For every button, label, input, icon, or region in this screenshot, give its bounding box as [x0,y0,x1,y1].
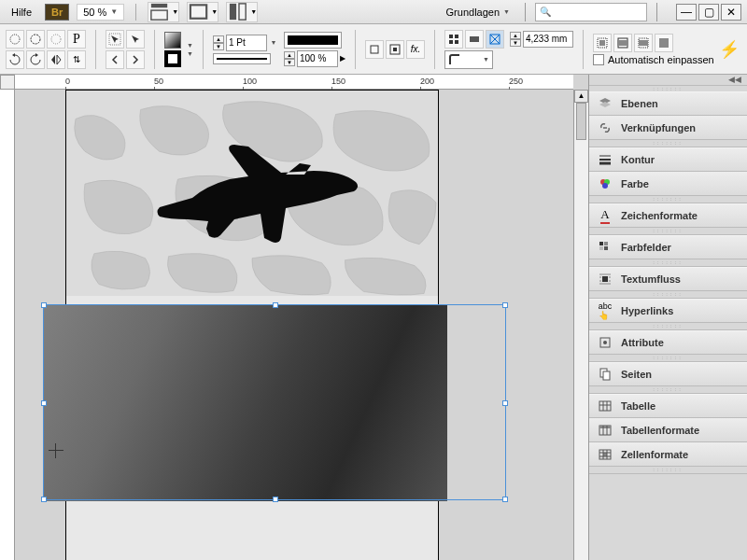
panel-farbe[interactable]: Farbe [589,172,747,196]
gap-field[interactable]: ▲▼ [510,31,573,48]
scrollbar-thumb[interactable] [576,103,586,140]
close-button[interactable]: ✕ [721,4,741,21]
hyperlink-icon: abc👆 [597,302,613,319]
dropdown-arrow-icon[interactable]: ▼ [187,50,193,57]
minimize-button[interactable]: — [676,4,697,21]
panel-zeichenformate[interactable]: AZeichenformate [589,203,747,228]
canvas-area[interactable]: 0 50 100 150 200 250 [0,75,588,560]
zoom-level-dropdown[interactable]: 50 % ▼ [77,4,124,21]
zoom-value: 50 % [83,7,106,18]
rotate-left-icon[interactable] [6,50,24,69]
select-container-icon[interactable] [106,30,124,49]
workspace-switcher[interactable]: Grundlagen ▼ [441,5,515,20]
character-p-icon[interactable]: P [67,30,86,49]
panel-ebenen[interactable]: Ebenen [589,91,747,116]
wrap-bbox-icon[interactable] [365,40,384,59]
panel-farbfelder[interactable]: Farbfelder [589,235,747,259]
corner-style-dropdown[interactable]: ▼ [444,50,493,69]
bridge-button[interactable]: Br [45,4,69,21]
svg-rect-37 [602,276,608,282]
ruler-tick: 50 [154,77,163,86]
table-icon [597,398,613,414]
stroke-swatch[interactable] [164,50,181,67]
resize-handle[interactable] [502,497,508,502]
ruler-tick: 150 [331,77,345,86]
svg-rect-15 [455,40,458,44]
maximize-button[interactable]: ▢ [698,4,719,21]
workspace-label: Grundlagen [446,7,500,18]
panel-verknuepfungen[interactable]: Verknüpfungen [589,116,747,140]
help-menu[interactable]: Hilfe [6,5,37,20]
frame-active-icon[interactable] [486,30,504,49]
fill-frame-icon[interactable] [655,34,673,52]
svg-point-5 [10,35,20,44]
svg-rect-0 [151,4,167,7]
vertical-ruler[interactable] [0,90,15,560]
quick-apply-icon[interactable]: ⚡ [719,39,740,60]
ellipse-dashed-icon[interactable] [26,30,45,49]
svg-point-6 [31,35,40,44]
main-area: 0 50 100 150 200 250 [0,75,747,560]
select-content-icon[interactable] [126,30,145,49]
stroke-weight-field[interactable]: ▲▼ ▼ [213,35,278,51]
search-input[interactable]: 🔍 [535,3,647,21]
dropdown-arrow-icon: ▼ [110,7,118,16]
vertical-scrollbar[interactable]: ▲ [573,90,588,560]
panel-textumfluss[interactable]: Textumfluss [589,267,747,291]
stroke-weight-input[interactable] [226,35,267,51]
panel-kontur[interactable]: Kontur [589,147,747,172]
panel-zellenformate[interactable]: Zellenformate [589,442,747,467]
ellipse-solid-icon[interactable] [6,30,24,49]
fx-icon[interactable]: fx. [406,40,425,59]
autofit-label: Automatisch einpassen [608,54,714,65]
control-toolbar: P ⇅ ▼ ▼ ▲▼ ▼ [0,24,747,75]
fit-content-icon[interactable] [593,34,612,52]
charstyle-icon: A [597,207,613,224]
gap-input[interactable] [523,31,573,48]
frame-icon[interactable] [465,30,484,49]
stroke-style-thick[interactable] [284,32,342,49]
collapse-panels-button[interactable]: ◀◀ [589,75,747,86]
ruler-corner[interactable] [0,75,15,90]
panel-tabellenformate[interactable]: Tabellenformate [589,418,747,442]
rotate-right-icon[interactable] [26,50,45,69]
dropdown-arrow-icon[interactable]: ▼ [187,42,193,49]
gradient-rectangle-object[interactable] [44,305,447,501]
svg-rect-13 [455,35,458,38]
panel-tabelle[interactable]: Tabelle [589,394,747,418]
fit-frame-icon[interactable] [613,34,632,52]
fill-swatch[interactable] [164,32,181,49]
dropdown-arrow-icon: ▼ [503,8,510,15]
flip-h-icon[interactable] [47,50,65,69]
wrap-shape-icon[interactable] [386,40,404,59]
fit-prop-icon[interactable] [634,34,653,52]
select-next-icon[interactable] [126,50,145,69]
ellipse-dotted-icon[interactable] [47,30,65,49]
svg-rect-2 [190,5,206,18]
svg-rect-53 [599,426,611,428]
autofit-checkbox[interactable]: Automatisch einpassen [593,54,714,65]
svg-rect-1 [151,10,167,20]
airplane-graphic [141,128,365,259]
crosshair-cursor [49,443,63,458]
scroll-up-button[interactable]: ▲ [574,90,588,103]
select-prev-icon[interactable] [106,50,124,69]
corner-options-icon[interactable] [444,30,463,49]
horizontal-ruler[interactable]: 0 50 100 150 200 250 [15,75,573,90]
resize-handle[interactable] [502,400,508,406]
stroke-style-thin[interactable] [213,53,271,64]
opacity-field[interactable]: ▲▼ ▶ [284,50,345,67]
panel-attribute[interactable]: Attribute [589,330,747,355]
cellstyle-icon [597,446,613,463]
document-page[interactable] [65,90,439,560]
view-options-button[interactable]: ▼ [148,2,179,22]
screen-mode-button[interactable]: ▼ [187,2,218,22]
panel-hyperlinks[interactable]: abc👆Hyperlinks [589,299,747,323]
arrange-docs-button[interactable]: ▼ [226,2,258,22]
opacity-input[interactable] [297,50,338,67]
panel-seiten[interactable]: Seiten [589,362,747,386]
search-icon: 🔍 [540,7,551,17]
flip-v-icon[interactable]: ⇅ [67,50,86,69]
resize-handle[interactable] [502,302,508,308]
ruler-tick: 100 [243,77,257,86]
